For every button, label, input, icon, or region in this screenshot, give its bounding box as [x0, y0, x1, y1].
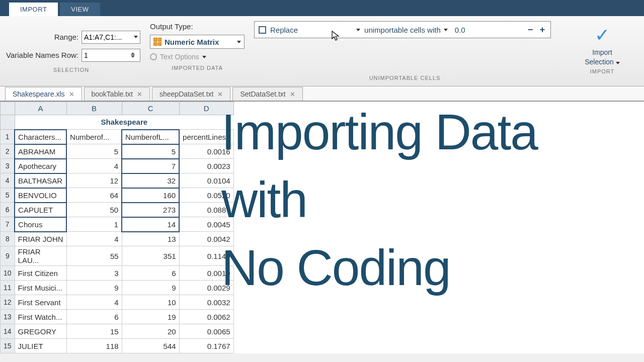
row-num[interactable]: 1 — [1, 130, 15, 144]
data-cell[interactable]: FRIAR LAU... — [15, 246, 66, 266]
data-cell[interactable]: 4 — [66, 159, 122, 173]
range-input[interactable]: A1:A7,C1:... — [82, 31, 140, 44]
header-cell[interactable]: NumberofL... — [122, 130, 179, 144]
row-num[interactable]: 2 — [1, 144, 15, 159]
file-tabs: Shakespeare.xls✕ bookTable.txt✕ sheepDat… — [0, 86, 644, 102]
data-cell[interactable]: GREGORY — [15, 324, 66, 339]
data-cell[interactable]: First Servant — [15, 295, 66, 310]
data-cell[interactable]: First Watch... — [15, 310, 66, 324]
data-cell[interactable]: 13 — [122, 232, 179, 246]
data-cell[interactable]: 160 — [122, 188, 179, 203]
data-cell[interactable]: 12 — [66, 173, 122, 188]
col-header[interactable]: C — [122, 102, 179, 115]
check-icon[interactable]: ✓ — [595, 25, 610, 46]
data-cell[interactable]: 273 — [122, 203, 179, 217]
data-cell[interactable]: First Citizen — [15, 266, 66, 281]
row-num[interactable]: 15 — [1, 339, 15, 353]
replace-rule-row[interactable]: Replace unimportable cells with 0.0 − + — [254, 21, 551, 38]
data-cell[interactable]: BALTHASAR — [15, 173, 66, 188]
checkbox-icon[interactable] — [259, 26, 266, 34]
row-num[interactable]: 8 — [1, 232, 15, 246]
row-num[interactable]: 10 — [1, 266, 15, 281]
data-cell[interactable]: 9 — [122, 281, 179, 295]
data-cell[interactable]: 0.0062 — [179, 310, 233, 324]
row-num[interactable]: 3 — [1, 159, 15, 173]
chevron-down-icon — [444, 29, 448, 31]
ribbon-tabs: IMPORT VIEW — [0, 0, 644, 16]
matrix-icon — [153, 38, 162, 46]
header-cell[interactable]: Numberof... — [66, 130, 122, 144]
row-num[interactable]: 6 — [1, 203, 15, 217]
close-icon[interactable]: ✕ — [137, 90, 142, 98]
tab-view[interactable]: VIEW — [60, 3, 100, 16]
data-cell[interactable]: ABRAHAM — [15, 144, 66, 159]
import-group: ✓ Import Selection IMPORT — [561, 16, 644, 86]
row-num[interactable]: 9 — [1, 246, 15, 266]
header-cell[interactable]: Characters... — [15, 130, 66, 144]
spinner-icon[interactable] — [131, 52, 138, 58]
data-cell[interactable]: 4 — [66, 232, 122, 246]
group-label: IMPORTED DATA — [150, 65, 245, 71]
data-cell[interactable]: 64 — [66, 188, 122, 203]
file-tab[interactable]: bookTable.txt✕ — [84, 87, 150, 101]
file-tab[interactable]: Shakespeare.xls✕ — [5, 87, 82, 101]
data-cell[interactable]: JULIET — [15, 339, 66, 353]
var-names-row-label: Variable Names Row: — [2, 51, 78, 59]
col-header[interactable]: B — [66, 102, 122, 115]
data-cell[interactable]: 19 — [122, 310, 179, 324]
data-cell[interactable]: 0.1767 — [179, 339, 233, 353]
close-icon[interactable]: ✕ — [217, 90, 223, 98]
group-label: UNIMPORTABLE CELLS — [254, 75, 555, 81]
data-cell[interactable]: 9 — [66, 281, 122, 295]
data-cell[interactable]: 5 — [122, 144, 179, 159]
data-cell[interactable]: 1 — [66, 217, 122, 232]
col-header[interactable]: A — [15, 102, 66, 115]
data-cell[interactable]: CAPULET — [15, 203, 66, 217]
row-num[interactable]: 13 — [1, 310, 15, 324]
data-cell[interactable]: 544 — [122, 339, 179, 353]
data-cell[interactable]: 14 — [122, 217, 179, 232]
data-cell[interactable]: 6 — [66, 310, 122, 324]
row-num[interactable]: 11 — [1, 281, 15, 295]
data-cell[interactable]: Chorus — [15, 217, 66, 232]
data-cell[interactable]: BENVOLIO — [15, 188, 66, 203]
minus-button[interactable]: − — [526, 25, 534, 35]
data-cell[interactable]: 118 — [66, 339, 122, 353]
group-label: SELECTION — [2, 67, 140, 73]
import-selection-button[interactable]: Import Selection — [585, 48, 619, 66]
var-names-row-input[interactable]: 1 — [82, 49, 140, 62]
tab-import[interactable]: IMPORT — [9, 3, 58, 16]
data-cell[interactable]: 20 — [122, 324, 179, 339]
plus-button[interactable]: + — [538, 25, 546, 35]
output-type-select[interactable]: Numeric Matrix — [150, 35, 245, 49]
data-cell[interactable]: First Musici... — [15, 281, 66, 295]
data-cell[interactable]: 32 — [122, 173, 179, 188]
data-cell[interactable]: 3 — [66, 266, 122, 281]
data-cell[interactable]: 0.0032 — [179, 295, 233, 310]
close-icon[interactable]: ✕ — [69, 90, 74, 98]
close-icon[interactable]: ✕ — [290, 90, 295, 98]
title-overlay: Importing Data with No Coding — [221, 106, 634, 294]
row-num[interactable]: 14 — [1, 324, 15, 339]
data-cell[interactable]: 10 — [122, 295, 179, 310]
data-cell[interactable]: FRIAR JOHN — [15, 232, 66, 246]
row-num[interactable]: 7 — [1, 217, 15, 232]
row-num[interactable]: 12 — [1, 295, 15, 310]
file-tab[interactable]: SetDataSet.txt✕ — [232, 87, 302, 101]
data-cell[interactable]: Apothecary — [15, 159, 66, 173]
row-num[interactable]: 4 — [1, 173, 15, 188]
file-tab[interactable]: sheepDataSet.txt✕ — [152, 87, 230, 101]
data-cell[interactable]: 5 — [66, 144, 122, 159]
data-cell[interactable]: 55 — [66, 246, 122, 266]
data-cell[interactable]: 50 — [66, 203, 122, 217]
data-cell[interactable]: 4 — [66, 295, 122, 310]
data-grid[interactable]: ABCDShakespeare1Characters...Numberof...… — [0, 102, 234, 353]
text-options-button[interactable]: Text Options — [150, 53, 245, 61]
data-cell[interactable]: 351 — [122, 246, 179, 266]
data-cell[interactable]: 6 — [122, 266, 179, 281]
row-num[interactable]: 5 — [1, 188, 15, 203]
data-cell[interactable]: 15 — [66, 324, 122, 339]
data-cell[interactable]: 7 — [122, 159, 179, 173]
data-cell[interactable]: 0.0065 — [179, 324, 233, 339]
unimportable-group: Replace unimportable cells with 0.0 − + … — [249, 16, 561, 86]
